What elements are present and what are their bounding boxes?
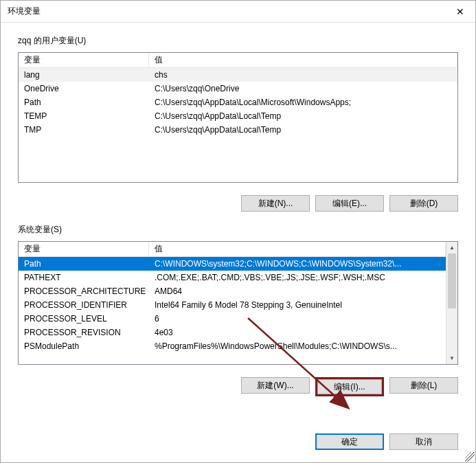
resize-grip-icon[interactable] xyxy=(465,452,475,462)
system-table-header: 变量 值 xyxy=(19,242,446,257)
system-edit-button[interactable]: 编辑(I)... xyxy=(315,377,384,396)
titlebar: 环境变量 ✕ xyxy=(1,1,475,23)
env-vars-dialog: 环境变量 ✕ zqq 的用户变量(U) 变量 值 lang chs xyxy=(0,0,476,463)
table-row[interactable]: PROCESSOR_IDENTIFIER Intel64 Family 6 Mo… xyxy=(19,298,446,312)
table-row[interactable]: TMP C:\Users\zqq\AppData\Local\Temp xyxy=(19,123,457,137)
system-vars-buttons: 新建(W)... 编辑(I)... 删除(L) xyxy=(18,370,458,396)
user-vars-label: zqq 的用户变量(U) xyxy=(18,35,458,47)
dialog-content: zqq 的用户变量(U) 变量 值 lang chs OneDrive xyxy=(1,23,475,427)
table-row[interactable]: PSModulePath %ProgramFiles%\WindowsPower… xyxy=(19,339,446,353)
user-vars-group: zqq 的用户变量(U) 变量 值 lang chs OneDrive xyxy=(18,35,458,212)
close-button[interactable]: ✕ xyxy=(444,1,475,22)
system-vars-table[interactable]: 变量 值 Path C:\WINDOWS\system32;C:\WINDOWS… xyxy=(18,241,458,365)
vertical-scrollbar[interactable]: ▲ ▼ xyxy=(446,242,457,364)
table-row[interactable]: Path C:\Users\zqq\AppData\Local\Microsof… xyxy=(19,95,457,109)
user-edit-button[interactable]: 编辑(E)... xyxy=(315,195,384,212)
scroll-track[interactable] xyxy=(446,253,457,352)
col-header-value[interactable]: 值 xyxy=(149,242,446,257)
scroll-up-icon[interactable]: ▲ xyxy=(446,242,457,253)
cell-var: Path xyxy=(19,258,149,270)
scroll-thumb[interactable] xyxy=(448,253,456,308)
table-row[interactable]: PATHEXT .COM;.EXE;.BAT;.CMD;.VBS;.VBE;.J… xyxy=(19,271,446,284)
cell-var: Path xyxy=(19,96,149,109)
user-vars-table[interactable]: 变量 值 lang chs OneDrive C:\Users\zqq\OneD… xyxy=(18,52,458,183)
cell-var: PATHEXT xyxy=(19,271,149,284)
user-new-button[interactable]: 新建(N)... xyxy=(241,195,310,212)
cell-val: AMD64 xyxy=(149,285,446,297)
table-row[interactable]: PROCESSOR_REVISION 4e03 xyxy=(19,326,446,339)
cell-val: C:\Users\zqq\AppData\Local\Temp xyxy=(149,124,457,136)
cell-var: PROCESSOR_REVISION xyxy=(19,326,149,339)
table-row[interactable]: PROCESSOR_ARCHITECTURE AMD64 xyxy=(19,284,446,298)
cell-val: .COM;.EXE;.BAT;.CMD;.VBS;.VBE;.JS;.JSE;.… xyxy=(149,271,446,284)
cancel-button[interactable]: 取消 xyxy=(389,433,458,450)
close-icon: ✕ xyxy=(456,6,464,17)
table-row[interactable]: OneDrive C:\Users\zqq\OneDrive xyxy=(19,82,457,95)
ok-button[interactable]: 确定 xyxy=(315,433,384,450)
cell-val: C:\Users\zqq\OneDrive xyxy=(149,82,457,95)
cell-var: PROCESSOR_IDENTIFIER xyxy=(19,299,149,311)
cell-var: TMP xyxy=(19,124,149,136)
dialog-footer: 确定 取消 xyxy=(1,427,475,462)
system-delete-button[interactable]: 删除(L) xyxy=(389,377,458,394)
table-row[interactable]: TEMP C:\Users\zqq\AppData\Local\Temp xyxy=(19,109,457,123)
table-row[interactable]: PROCESSOR_LEVEL 6 xyxy=(19,312,446,326)
cell-val: C:\Users\zqq\AppData\Local\Microsoft\Win… xyxy=(149,96,457,109)
col-header-variable[interactable]: 变量 xyxy=(19,53,149,68)
cell-var: PROCESSOR_LEVEL xyxy=(19,313,149,325)
user-table-header: 变量 值 xyxy=(19,53,457,68)
cell-val: Intel64 Family 6 Model 78 Stepping 3, Ge… xyxy=(149,299,446,311)
cell-val: chs xyxy=(149,69,457,81)
table-row[interactable]: Path C:\WINDOWS\system32;C:\WINDOWS;C:\W… xyxy=(19,257,446,271)
cell-var: lang xyxy=(19,69,149,81)
cell-var: PSModulePath xyxy=(19,340,149,352)
cell-val: %ProgramFiles%\WindowsPowerShell\Modules… xyxy=(149,340,446,352)
window-title: 环境变量 xyxy=(8,5,41,17)
scroll-down-icon[interactable]: ▼ xyxy=(446,352,457,364)
col-header-variable[interactable]: 变量 xyxy=(19,242,149,257)
cell-var: PROCESSOR_ARCHITECTURE xyxy=(19,285,149,297)
user-vars-buttons: 新建(N)... 编辑(E)... 删除(D) xyxy=(18,188,458,212)
col-header-value[interactable]: 值 xyxy=(149,53,457,68)
user-delete-button[interactable]: 删除(D) xyxy=(389,195,458,212)
system-new-button[interactable]: 新建(W)... xyxy=(241,377,310,394)
system-vars-label: 系统变量(S) xyxy=(18,224,458,236)
cell-val: 4e03 xyxy=(149,326,446,339)
cell-val: 6 xyxy=(149,313,446,325)
cell-var: OneDrive xyxy=(19,82,149,95)
table-row[interactable]: lang chs xyxy=(19,68,457,82)
cell-val: C:\Users\zqq\AppData\Local\Temp xyxy=(149,110,457,122)
system-vars-group: 系统变量(S) 变量 值 Path C:\WINDOWS\system32;C:… xyxy=(18,224,458,396)
cell-var: TEMP xyxy=(19,110,149,122)
cell-val: C:\WINDOWS\system32;C:\WINDOWS;C:\WINDOW… xyxy=(149,258,446,270)
